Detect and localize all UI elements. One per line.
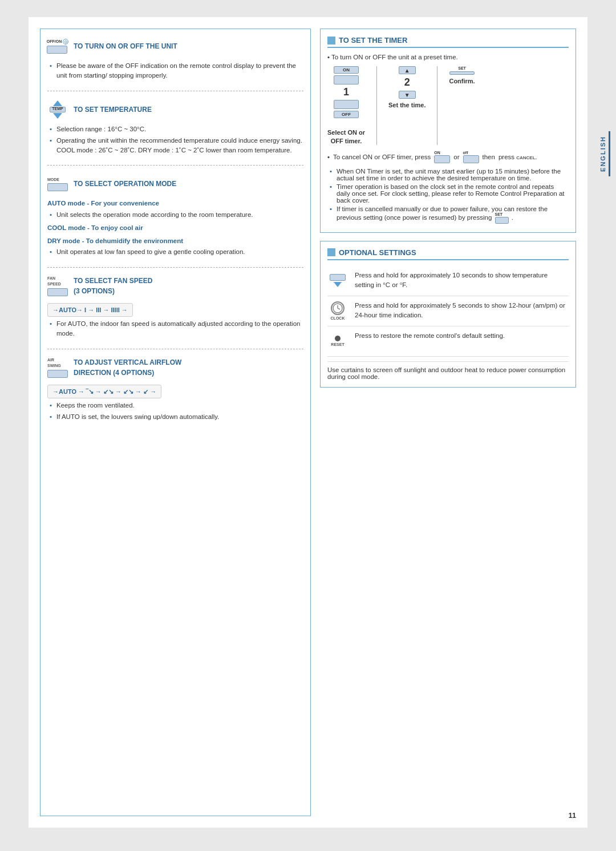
off-on-bullet-1: Please be aware of the OFF indication on… [50, 61, 303, 81]
right-column: TO SET THE TIMER • To turn ON or OFF the… [320, 29, 576, 816]
opt-clock-icon: CLOCK [327, 301, 348, 321]
fan-header: FAN SPEED TO SELECT FAN SPEED (3 OPTIONS… [47, 276, 303, 296]
temp-bullets: Selection range : 16°C ~ 30°C. Operating… [47, 124, 303, 156]
timer-bullet-1: When ON Timer is set, the unit may start… [330, 168, 569, 182]
fan-arrows: →AUTO→ I → III → IIIII → [47, 303, 133, 317]
temp-icon: TEMP [47, 99, 68, 120]
cancel-on-label: ON [434, 151, 440, 155]
auto-bullet: Unit selects the operation mode accordin… [50, 210, 303, 220]
reset-label: RESET [331, 342, 344, 346]
dry-mode-title: DRY mode - To dehumidify the environment [47, 236, 303, 246]
timer-bullets: When ON Timer is set, the unit may start… [327, 168, 569, 224]
temp-title: TO SET TEMPERATURE [74, 104, 152, 115]
step2-up-arrow: ▲ [399, 66, 416, 74]
air-header: AIR SWING TO ADJUST VERTICAL AIRFLOW DIR… [47, 357, 303, 378]
fan-bullet-1: For AUTO, the indoor fan speed is automa… [50, 319, 303, 339]
air-icon: AIR SWING [47, 357, 68, 378]
fan-title: TO SELECT FAN SPEED (3 OPTIONS) [74, 276, 152, 296]
mode-header: MODE TO SELECT OPERATION MODE [47, 174, 303, 194]
auto-bullets: Unit selects the operation mode accordin… [47, 210, 303, 220]
temp-bullet-1: Selection range : 16°C ~ 30°C. [50, 124, 303, 134]
mode-label: MODE [47, 177, 59, 183]
off-on-section: OFF/ON TO TURN ON OR OFF THE UNIT Please… [47, 36, 303, 91]
fan-label: FAN SPEED [47, 276, 68, 288]
mode-section: MODE TO SELECT OPERATION MODE AUTO mode … [47, 174, 303, 267]
clock-label: CLOCK [331, 316, 345, 320]
cancel-text: To cancel ON or OFF timer, press [333, 154, 431, 160]
opt-temp-text: Press and hold for approximately 10 seco… [355, 271, 569, 291]
clock-face-icon [331, 301, 345, 315]
air-arrows: →AUTO → ‾↘ → ↙↘ → ↙↘ → ↙ → [47, 385, 161, 399]
optional-title-icon [327, 248, 335, 256]
opt-reset-text: Press to restore the remote control's de… [355, 331, 569, 341]
air-section: AIR SWING TO ADJUST VERTICAL AIRFLOW DIR… [47, 357, 303, 432]
cancel-or: or [453, 154, 459, 160]
timer-divider-1 [376, 66, 377, 145]
dry-bullet: Unit operates at low fan speed to give a… [50, 247, 303, 257]
mode-title: TO SELECT OPERATION MODE [74, 179, 176, 189]
timer-title-text: TO SET THE TIMER [339, 36, 407, 45]
temp-header: TEMP TO SET TEMPERATURE [47, 99, 303, 120]
step2-down-arrow: ▼ [399, 91, 416, 99]
step1-label: Select ON or OFF timer. [327, 120, 365, 145]
auto-mode-title: AUTO mode - For your convenience [47, 199, 303, 208]
fan-icon: FAN SPEED [47, 276, 68, 296]
step3-set-label: SET [449, 66, 475, 75]
step1-on-btn: ON [334, 66, 359, 74]
timer-section: TO SET THE TIMER • To turn ON or OFF the… [320, 29, 576, 233]
on-label: OFF/ON [47, 39, 62, 45]
fan-bullets: For AUTO, the indoor fan speed is automa… [47, 319, 303, 339]
cancel-then: then [483, 154, 495, 160]
opt-row-reset: RESET Press to restore the remote contro… [327, 326, 569, 357]
left-column: OFF/ON TO TURN ON OR OFF THE UNIT Please… [40, 29, 311, 816]
timer-diagram: ON 1 OFF Select ON or OFF timer. [327, 66, 569, 145]
optional-section: OPTIONAL SETTINGS Press and hold for app… [320, 241, 576, 388]
step1-buttons: ON 1 OFF [334, 66, 359, 118]
off-on-bullets: Please be aware of the OFF indication on… [47, 61, 303, 81]
off-on-title: TO TURN ON OR OFF THE UNIT [74, 41, 177, 51]
timer-bullet-2: Timer operation is based on the clock se… [330, 183, 569, 204]
optional-title-text: OPTIONAL SETTINGS [339, 248, 416, 257]
step1-num: 1 [343, 86, 349, 98]
svg-line-2 [338, 308, 340, 309]
off-on-header: OFF/ON TO TURN ON OR OFF THE UNIT [47, 36, 303, 57]
air-bullet-2: If AUTO is set, the louvers swing up/dow… [50, 412, 303, 422]
opt-row-temp: Press and hold for approximately 10 seco… [327, 266, 569, 296]
timer-divider-2 [437, 66, 437, 145]
mode-icon: MODE [47, 174, 68, 194]
timer-intro: • To turn ON or OFF the unit at a preset… [327, 54, 569, 61]
step3-set-btn [449, 71, 475, 75]
timer-step-1: ON 1 OFF Select ON or OFF timer. [327, 66, 365, 145]
reset-dot [335, 336, 341, 341]
cancel-press-label: press CANCEL. [499, 154, 537, 160]
timer-cancel-row: • To cancel ON or OFF timer, press ON or… [327, 151, 569, 163]
fan-section: FAN SPEED TO SELECT FAN SPEED (3 OPTIONS… [47, 276, 303, 349]
dry-bullets: Unit operates at low fan speed to give a… [47, 247, 303, 257]
air-title: TO ADJUST VERTICAL AIRFLOW DIRECTION (4 … [74, 357, 181, 378]
opt-row-clock: CLOCK Press and hold for approximately 5… [327, 296, 569, 326]
timer-title-icon [327, 37, 335, 45]
resume-set-label: SET [495, 212, 503, 216]
opt-clock-text: Press and hold for approximately 5 secon… [355, 301, 569, 321]
english-sidebar: ENGLISH [597, 131, 610, 176]
optional-title: OPTIONAL SETTINGS [327, 248, 569, 260]
step3-set-text: SET [449, 66, 475, 70]
timer-step-3: SET Confirm. [449, 66, 475, 85]
timer-step-2: ▲ 2 ▼ Set the time. [388, 66, 425, 109]
air-bullet-1: Keeps the room ventilated. [50, 401, 303, 410]
step1-off-btn: OFF [334, 111, 359, 118]
air-label: AIR SWING [47, 357, 68, 369]
temp-bullet-2: Operating the unit within the recommende… [50, 136, 303, 156]
step2-label: Set the time. [388, 101, 425, 109]
temp-section: TEMP TO SET TEMPERATURE Selection range … [47, 99, 303, 166]
off-on-icon: OFF/ON [47, 36, 68, 57]
step2-num: 2 [404, 76, 410, 88]
timer-bullet-3: If timer is cancelled manually or due to… [330, 205, 569, 224]
optional-footer: Use curtains to screen off sunlight and … [327, 361, 569, 380]
air-bullets: Keeps the room ventilated. If AUTO is se… [47, 401, 303, 422]
timer-title: TO SET THE TIMER [327, 36, 569, 48]
opt-reset-icon: RESET [327, 331, 348, 352]
cancel-off-label: off [463, 151, 468, 155]
step2-arrows: ▲ 2 ▼ [399, 66, 416, 99]
temp-label: TEMP [52, 106, 63, 112]
